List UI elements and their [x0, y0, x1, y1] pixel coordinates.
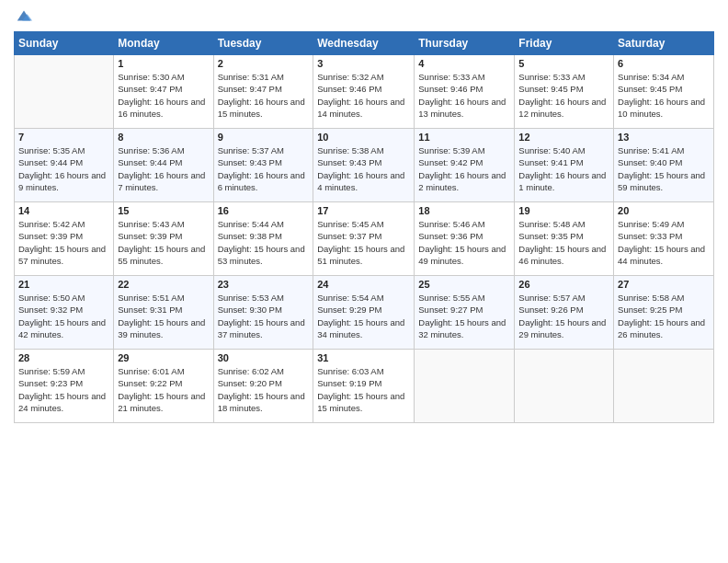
sunrise-text: Sunrise: 5:39 AM	[418, 145, 484, 155]
sunrise-text: Sunrise: 5:58 AM	[618, 293, 684, 303]
daylight-text: Daylight: 15 hours and 42 minutes.	[18, 317, 106, 339]
calendar-week: 21 Sunrise: 5:50 AM Sunset: 9:32 PM Dayl…	[15, 276, 714, 350]
calendar-cell: 18 Sunrise: 5:46 AM Sunset: 9:36 PM Dayl…	[415, 202, 515, 276]
cell-info: Sunrise: 5:57 AM Sunset: 9:26 PM Dayligh…	[518, 292, 609, 340]
sunset-text: Sunset: 9:43 PM	[317, 157, 381, 167]
calendar-cell: 5 Sunrise: 5:33 AM Sunset: 9:45 PM Dayli…	[515, 55, 614, 129]
calendar-cell: 22 Sunrise: 5:51 AM Sunset: 9:31 PM Dayl…	[114, 276, 213, 350]
day-number: 8	[118, 132, 209, 143]
cell-info: Sunrise: 5:31 AM Sunset: 9:47 PM Dayligh…	[218, 71, 310, 120]
calendar-cell: 4 Sunrise: 5:33 AM Sunset: 9:46 PM Dayli…	[415, 55, 515, 129]
sunrise-text: Sunrise: 5:55 AM	[418, 293, 484, 303]
weekday-header: Monday	[114, 32, 213, 55]
sunset-text: Sunset: 9:39 PM	[18, 231, 83, 241]
sunrise-text: Sunrise: 5:46 AM	[418, 219, 484, 229]
day-number: 3	[317, 58, 410, 69]
cell-info: Sunrise: 5:30 AM Sunset: 9:47 PM Dayligh…	[118, 71, 209, 120]
calendar-cell: 16 Sunrise: 5:44 AM Sunset: 9:38 PM Dayl…	[213, 202, 313, 276]
sunset-text: Sunset: 9:39 PM	[118, 231, 182, 241]
cell-info: Sunrise: 5:40 AM Sunset: 9:41 PM Dayligh…	[518, 144, 609, 193]
day-number: 5	[518, 58, 609, 69]
sunset-text: Sunset: 9:37 PM	[317, 231, 381, 241]
sunrise-text: Sunrise: 5:48 AM	[518, 219, 585, 229]
calendar-table: SundayMondayTuesdayWednesdayThursdayFrid…	[14, 31, 714, 423]
sunset-text: Sunset: 9:29 PM	[317, 304, 381, 315]
day-number: 31	[317, 352, 410, 363]
daylight-text: Daylight: 16 hours and 14 minutes.	[317, 97, 404, 119]
daylight-text: Daylight: 16 hours and 1 minute.	[518, 170, 606, 192]
sunset-text: Sunset: 9:45 PM	[518, 84, 583, 94]
sunset-text: Sunset: 9:33 PM	[618, 231, 682, 241]
sunset-text: Sunset: 9:22 PM	[118, 378, 182, 388]
sunset-text: Sunset: 9:20 PM	[218, 378, 282, 388]
calendar-cell	[614, 350, 714, 423]
day-number: 6	[618, 58, 710, 69]
day-number: 16	[218, 205, 310, 216]
calendar-cell: 27 Sunrise: 5:58 AM Sunset: 9:25 PM Dayl…	[614, 276, 714, 350]
sunrise-text: Sunrise: 5:44 AM	[218, 219, 284, 229]
calendar-week: 1 Sunrise: 5:30 AM Sunset: 9:47 PM Dayli…	[15, 55, 714, 129]
day-number: 27	[618, 279, 710, 290]
weekday-header: Wednesday	[313, 32, 415, 55]
sunset-text: Sunset: 9:47 PM	[218, 84, 282, 94]
cell-info: Sunrise: 5:49 AM Sunset: 9:33 PM Dayligh…	[618, 218, 710, 267]
calendar-cell: 2 Sunrise: 5:31 AM Sunset: 9:47 PM Dayli…	[213, 55, 313, 129]
day-number: 9	[218, 132, 310, 143]
sunset-text: Sunset: 9:32 PM	[18, 304, 83, 315]
sunset-text: Sunset: 9:46 PM	[418, 84, 483, 94]
header-row: SundayMondayTuesdayWednesdayThursdayFrid…	[15, 32, 714, 55]
daylight-text: Daylight: 15 hours and 39 minutes.	[118, 317, 205, 339]
calendar-week: 7 Sunrise: 5:35 AM Sunset: 9:44 PM Dayli…	[15, 129, 714, 202]
day-number: 17	[317, 205, 410, 216]
calendar-cell: 1 Sunrise: 5:30 AM Sunset: 9:47 PM Dayli…	[114, 55, 213, 129]
cell-info: Sunrise: 5:33 AM Sunset: 9:45 PM Dayligh…	[518, 71, 609, 120]
cell-info: Sunrise: 5:48 AM Sunset: 9:35 PM Dayligh…	[518, 218, 609, 267]
sunrise-text: Sunrise: 6:03 AM	[317, 366, 383, 376]
daylight-text: Daylight: 15 hours and 49 minutes.	[418, 244, 506, 266]
sunrise-text: Sunrise: 5:34 AM	[618, 72, 684, 82]
calendar-cell: 26 Sunrise: 5:57 AM Sunset: 9:26 PM Dayl…	[515, 276, 614, 350]
sunset-text: Sunset: 9:30 PM	[218, 304, 282, 315]
sunrise-text: Sunrise: 5:30 AM	[118, 72, 184, 82]
calendar-cell	[15, 55, 114, 129]
sunrise-text: Sunrise: 6:02 AM	[218, 366, 284, 376]
daylight-text: Daylight: 15 hours and 44 minutes.	[618, 244, 705, 266]
sunset-text: Sunset: 9:35 PM	[518, 231, 583, 241]
sunset-text: Sunset: 9:45 PM	[618, 84, 682, 94]
calendar-cell: 14 Sunrise: 5:42 AM Sunset: 9:39 PM Dayl…	[15, 202, 114, 276]
sunrise-text: Sunrise: 5:54 AM	[317, 293, 383, 303]
calendar-cell: 31 Sunrise: 6:03 AM Sunset: 9:19 PM Dayl…	[313, 350, 415, 423]
sunrise-text: Sunrise: 5:45 AM	[317, 219, 383, 229]
calendar-cell: 17 Sunrise: 5:45 AM Sunset: 9:37 PM Dayl…	[313, 202, 415, 276]
sunset-text: Sunset: 9:26 PM	[518, 304, 583, 315]
cell-info: Sunrise: 5:43 AM Sunset: 9:39 PM Dayligh…	[118, 218, 209, 267]
cell-info: Sunrise: 5:51 AM Sunset: 9:31 PM Dayligh…	[118, 292, 209, 340]
daylight-text: Daylight: 16 hours and 15 minutes.	[218, 97, 305, 119]
day-number: 24	[317, 279, 410, 290]
cell-info: Sunrise: 5:46 AM Sunset: 9:36 PM Dayligh…	[418, 218, 510, 267]
daylight-text: Daylight: 15 hours and 57 minutes.	[18, 244, 106, 266]
daylight-text: Daylight: 16 hours and 9 minutes.	[18, 170, 106, 192]
calendar-cell: 28 Sunrise: 5:59 AM Sunset: 9:23 PM Dayl…	[15, 350, 114, 423]
calendar-week: 14 Sunrise: 5:42 AM Sunset: 9:39 PM Dayl…	[15, 202, 714, 276]
sunrise-text: Sunrise: 5:37 AM	[218, 145, 284, 155]
day-number: 4	[418, 58, 510, 69]
cell-info: Sunrise: 5:55 AM Sunset: 9:27 PM Dayligh…	[418, 292, 510, 340]
cell-info: Sunrise: 5:59 AM Sunset: 9:23 PM Dayligh…	[18, 365, 109, 414]
daylight-text: Daylight: 16 hours and 7 minutes.	[118, 170, 205, 192]
sunset-text: Sunset: 9:40 PM	[618, 157, 682, 167]
day-number: 18	[418, 205, 510, 216]
calendar-cell: 6 Sunrise: 5:34 AM Sunset: 9:45 PM Dayli…	[614, 55, 714, 129]
calendar-cell	[415, 350, 515, 423]
weekday-header: Sunday	[15, 32, 114, 55]
daylight-text: Daylight: 15 hours and 59 minutes.	[618, 170, 705, 192]
cell-info: Sunrise: 5:35 AM Sunset: 9:44 PM Dayligh…	[18, 144, 109, 193]
daylight-text: Daylight: 15 hours and 55 minutes.	[118, 244, 205, 266]
sunset-text: Sunset: 9:46 PM	[317, 84, 381, 94]
calendar-cell: 13 Sunrise: 5:41 AM Sunset: 9:40 PM Dayl…	[614, 129, 714, 202]
sunrise-text: Sunrise: 5:49 AM	[618, 219, 684, 229]
cell-info: Sunrise: 5:45 AM Sunset: 9:37 PM Dayligh…	[317, 218, 410, 267]
sunrise-text: Sunrise: 5:42 AM	[18, 219, 85, 229]
daylight-text: Daylight: 16 hours and 10 minutes.	[618, 97, 705, 119]
day-number: 13	[618, 132, 710, 143]
